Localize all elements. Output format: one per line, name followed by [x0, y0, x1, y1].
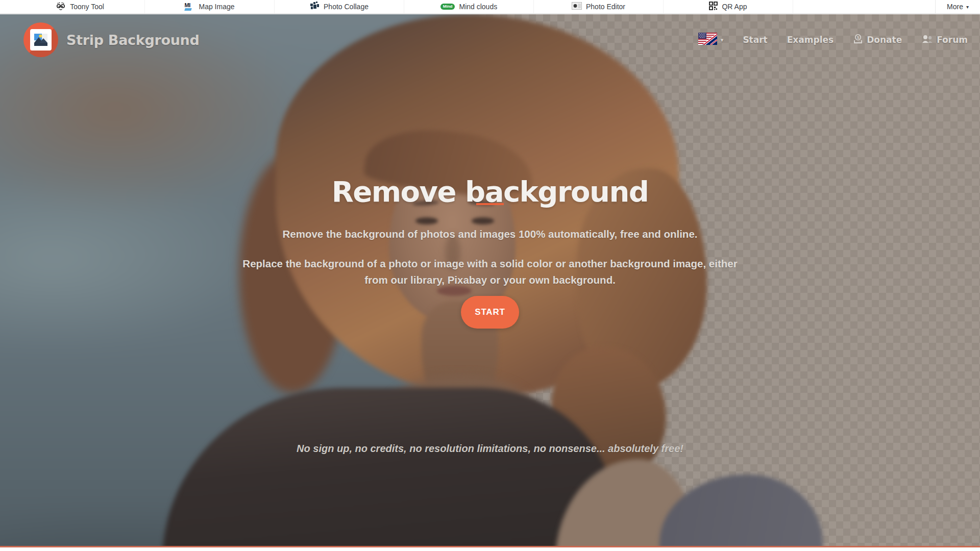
photo-editor-icon	[572, 2, 582, 11]
site-header: Strip Background	[0, 14, 980, 65]
appbar-item-label: Map Image	[199, 3, 234, 11]
appbar-item-mind-clouds[interactable]: Mind Mind clouds	[404, 0, 534, 13]
start-button[interactable]: START	[461, 296, 519, 329]
photo-collage-icon	[310, 1, 320, 12]
hero-section: Strip Background	[0, 14, 980, 546]
donate-icon: $	[853, 34, 863, 46]
brand-title[interactable]: Strip Background	[66, 32, 200, 48]
appbar-item-label: Toony Tool	[70, 3, 104, 11]
hero-photo-woman	[0, 14, 980, 546]
language-selector[interactable]: ▾	[698, 33, 724, 47]
nav-donate[interactable]: $ Donate	[853, 34, 902, 46]
logo-image-icon	[30, 29, 52, 51]
appbar-item-label: Photo Editor	[586, 3, 625, 11]
photo-shoulder	[659, 474, 823, 546]
photo-nose	[445, 234, 460, 270]
photo-eye-right	[472, 217, 494, 224]
footer-white-strip	[0, 547, 980, 551]
appbar-item-photo-editor[interactable]: Photo Editor	[534, 0, 664, 13]
nav-start[interactable]: Start	[743, 35, 767, 45]
toony-tool-icon	[56, 2, 66, 12]
photo-lips	[437, 286, 472, 296]
appbar-more-menu[interactable]: More ▾	[935, 0, 980, 13]
appbar-item-map-image[interactable]: MI Map Image	[145, 0, 275, 13]
site-logo[interactable]	[23, 22, 58, 57]
chevron-down-icon: ▾	[966, 4, 969, 10]
chevron-down-icon: ▾	[721, 37, 724, 43]
appbar-item-label: Mind clouds	[459, 3, 497, 11]
nav-forum[interactable]: Forum	[921, 34, 968, 45]
main-nav: ▾ Start Examples $ Dona	[698, 33, 968, 47]
appbar-item-photo-collage[interactable]: Photo Collage	[275, 0, 404, 13]
appbar-item-toony-tool[interactable]: Toony Tool	[15, 0, 145, 13]
photo-eye-left	[415, 217, 438, 224]
qr-code-icon	[709, 2, 718, 12]
forum-people-icon	[921, 34, 933, 45]
english-flag-icon	[698, 33, 717, 47]
mind-clouds-icon: Mind	[440, 4, 455, 10]
svg-text:$: $	[857, 35, 860, 40]
app-switcher-bar: Toony Tool MI Map Image Photo Collage Mi…	[0, 0, 980, 14]
map-image-icon: MI	[184, 3, 194, 11]
appbar-item-label: QR App	[722, 3, 747, 11]
nav-examples[interactable]: Examples	[787, 35, 834, 45]
appbar-item-qr-app[interactable]: QR App	[664, 0, 793, 13]
appbar-item-label: Photo Collage	[324, 3, 369, 11]
page: Toony Tool MI Map Image Photo Collage Mi…	[0, 0, 980, 551]
